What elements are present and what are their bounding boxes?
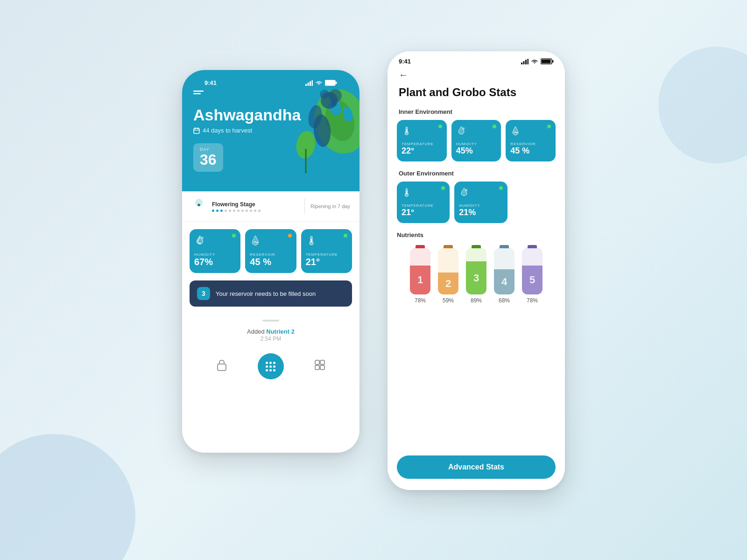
inner-temp-value: 22° [402, 146, 442, 156]
day-number: 36 [200, 151, 217, 168]
svg-rect-6 [193, 91, 204, 92]
humidity-label: HUMIDITY [194, 252, 236, 257]
inner-humidity-value: 45% [456, 146, 497, 156]
svg-point-23 [331, 101, 337, 106]
metrics-section: HUMIDITY 67% RESERVOIR 45 % [182, 222, 359, 280]
bg-decoration-right [658, 47, 747, 163]
nutrient-pct-2: 59% [443, 297, 454, 304]
lock-nav-icon[interactable] [216, 359, 227, 374]
dot-2 [216, 210, 218, 212]
outer-env-label: Outer Environment [388, 168, 565, 182]
advanced-stats-button[interactable]: Advanced Stats [397, 455, 556, 479]
stage-name: Flowering Stage [212, 201, 299, 208]
outer-humidity-icon [459, 187, 502, 200]
battery-cap-3 [472, 245, 481, 248]
stage-divider [304, 199, 305, 214]
alert-number: 3 [197, 287, 210, 300]
log-section: Added Nutrient 2 2:54 PM [182, 313, 359, 342]
metric-temperature: TEMPERATURE 21° [301, 229, 352, 273]
temperature-label: TEMPERATURE [306, 252, 347, 257]
inner-reservoir-icon [510, 126, 551, 138]
phone-header-bg: 9:41 [182, 70, 359, 191]
dot-1 [212, 210, 214, 212]
stage-section: Flowering Stage Ripening in 7 [182, 191, 359, 222]
battery-2: 2 [438, 245, 458, 294]
dot-12 [258, 210, 261, 212]
inner-env-label: Inner Environment [388, 106, 565, 120]
outer-temp-label: TEMPERATURE [402, 203, 445, 208]
svg-rect-35 [521, 63, 522, 64]
reservoir-icon [250, 235, 291, 249]
battery-body-3: 3 [466, 248, 486, 294]
dot-7 [237, 210, 240, 212]
nutrient-item-5: 5 78% [522, 245, 543, 304]
phones-container: 9:41 [182, 70, 565, 490]
calendar-icon [193, 127, 200, 134]
outer-spacer [512, 182, 556, 223]
stage-logo [191, 198, 206, 215]
nutrient-pct-3: 89% [471, 297, 482, 304]
humidity-icon [194, 235, 236, 249]
dot-8 [241, 210, 244, 212]
grid-nav-icon[interactable] [314, 359, 325, 373]
svg-rect-7 [193, 93, 201, 95]
svg-rect-48 [406, 190, 407, 194]
stage-dots [212, 210, 299, 212]
bg-decoration-left [0, 434, 135, 560]
reservoir-value: 45 % [250, 257, 291, 267]
page-title: Plant and Grobo Stats [388, 84, 565, 106]
metric-reservoir: RESERVOIR 45 % [245, 229, 296, 273]
svg-rect-33 [315, 365, 319, 370]
dot-9 [246, 210, 248, 212]
nutrient-item-1: 1 78% [410, 245, 430, 304]
outer-thermometer-icon [402, 187, 445, 200]
back-nav[interactable]: ← [388, 67, 565, 84]
nutrient-item-3: 3 89% [466, 245, 486, 304]
nutrient-pct-1: 78% [415, 297, 426, 304]
dot-6 [233, 210, 235, 212]
center-nav-button[interactable] [258, 353, 284, 379]
humidity-value: 67% [194, 257, 236, 267]
status-icons-right [521, 58, 554, 64]
nutrient-pct-4: 68% [499, 297, 510, 304]
svg-rect-37 [525, 60, 527, 64]
bottom-nav [182, 346, 359, 389]
svg-rect-31 [315, 360, 319, 364]
svg-rect-8 [194, 128, 199, 133]
svg-point-25 [198, 204, 200, 206]
metric-humidity: HUMIDITY 67% [190, 229, 240, 273]
svg-point-26 [201, 237, 204, 239]
battery-cap-2 [444, 245, 453, 248]
inner-humidity-label: HUMIDITY [456, 142, 497, 146]
svg-rect-38 [528, 59, 529, 64]
harvest-label: 44 days to harvest [203, 127, 252, 134]
inner-humidity-card: HUMIDITY 45% [451, 120, 501, 161]
svg-rect-30 [218, 364, 226, 371]
log-prefix: Added [247, 328, 265, 335]
outer-humidity-label: HUMIDITY [459, 203, 502, 208]
inner-env-cards: TEMPERATURE 22° HUMIDITY 45% [388, 120, 565, 168]
phone-right: 9:41 [388, 51, 565, 490]
time-right: 9:41 [399, 58, 411, 65]
nutrients-section: Nutrients 1 78% 2 59% [388, 230, 565, 455]
outer-humidity-value: 21% [459, 208, 502, 217]
day-label: DAY [200, 147, 217, 152]
nav-fab-dots [264, 360, 277, 373]
battery-1: 1 [410, 245, 430, 294]
battery-body-5: 5 [522, 248, 543, 294]
battery-bg-2 [438, 248, 458, 294]
nutrient-item-4: 4 68% [494, 245, 514, 304]
battery-body-2: 2 [438, 248, 458, 294]
battery-4: 4 [494, 245, 514, 294]
dot-5 [229, 210, 231, 212]
right-phone-content: 9:41 [388, 51, 565, 490]
battery-5: 5 [522, 245, 543, 294]
inner-thermometer-icon [402, 126, 442, 138]
hamburger-icon [193, 91, 204, 97]
svg-rect-41 [552, 60, 554, 63]
svg-point-21 [329, 89, 342, 102]
svg-rect-29 [311, 238, 312, 243]
battery-3: 3 [466, 245, 486, 294]
stage-info: Flowering Stage [212, 201, 299, 212]
dot-3 [220, 210, 223, 212]
